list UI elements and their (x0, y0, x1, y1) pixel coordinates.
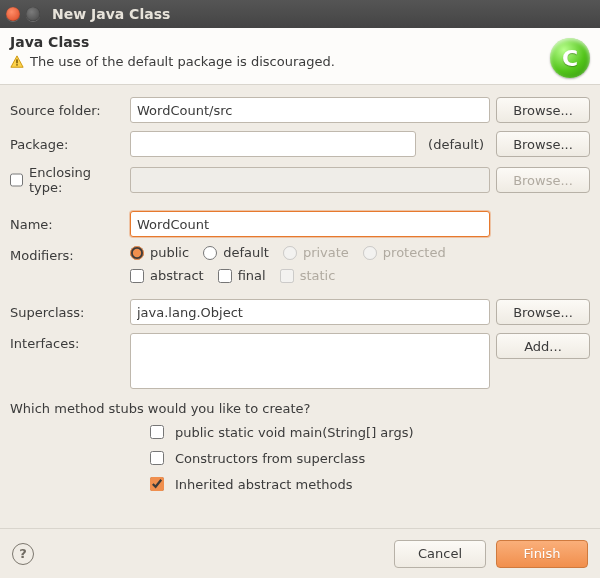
modifier-default[interactable]: default (203, 245, 269, 260)
name-input[interactable] (130, 211, 490, 237)
stub-main-label: public static void main(String[] args) (175, 425, 414, 440)
page-title: Java Class (10, 34, 590, 50)
modifier-public-radio[interactable] (130, 246, 144, 260)
warning-text: The use of the default package is discou… (30, 54, 335, 69)
label-modifiers: Modifiers: (10, 245, 130, 263)
stub-constructors-checkbox[interactable] (150, 451, 164, 465)
modifier-default-radio[interactable] (203, 246, 217, 260)
class-badge-icon: C (550, 38, 590, 78)
warning-icon (10, 55, 24, 69)
title-bar: New Java Class (0, 0, 600, 28)
modifier-static-checkbox (280, 269, 294, 283)
window-title: New Java Class (52, 6, 170, 22)
dialog-header: Java Class The use of the default packag… (0, 28, 600, 85)
label-superclass: Superclass: (10, 305, 130, 320)
dialog-footer: ? Cancel Finish (0, 528, 600, 578)
cancel-button[interactable]: Cancel (394, 540, 486, 568)
stub-inherited-label: Inherited abstract methods (175, 477, 353, 492)
modifier-private: private (283, 245, 349, 260)
label-interfaces: Interfaces: (10, 333, 130, 351)
modifier-final-checkbox[interactable] (218, 269, 232, 283)
interfaces-list[interactable] (130, 333, 490, 389)
browse-superclass-button[interactable]: Browse... (496, 299, 590, 325)
modifier-private-radio (283, 246, 297, 260)
enclosing-type-toggle[interactable]: Enclosing type: (10, 165, 116, 195)
label-name: Name: (10, 217, 130, 232)
package-input[interactable] (130, 131, 416, 157)
modifier-public[interactable]: public (130, 245, 189, 260)
window-close-icon[interactable] (6, 7, 20, 21)
label-source-folder: Source folder: (10, 103, 130, 118)
modifier-protected-radio (363, 246, 377, 260)
modifier-protected: protected (363, 245, 446, 260)
modifier-abstract-checkbox[interactable] (130, 269, 144, 283)
superclass-input[interactable] (130, 299, 490, 325)
svg-rect-0 (16, 59, 17, 63)
browse-source-folder-button[interactable]: Browse... (496, 97, 590, 123)
label-enclosing-type: Enclosing type: (29, 165, 116, 195)
modifier-final[interactable]: final (218, 268, 266, 283)
browse-package-button[interactable]: Browse... (496, 131, 590, 157)
enclosing-type-checkbox[interactable] (10, 173, 23, 187)
browse-enclosing-type-button: Browse... (496, 167, 590, 193)
label-method-stubs: Which method stubs would you like to cre… (10, 401, 590, 416)
modifier-static: static (280, 268, 336, 283)
finish-button[interactable]: Finish (496, 540, 588, 568)
stub-inherited-checkbox[interactable] (150, 477, 164, 491)
modifier-abstract[interactable]: abstract (130, 268, 204, 283)
window-minimize-icon[interactable] (26, 7, 40, 21)
help-icon[interactable]: ? (12, 543, 34, 565)
label-package: Package: (10, 137, 130, 152)
package-default-suffix: (default) (422, 137, 490, 152)
stub-main-checkbox[interactable] (150, 425, 164, 439)
stub-constructors-label: Constructors from superclass (175, 451, 365, 466)
enclosing-type-input (130, 167, 490, 193)
form-body: Source folder: Browse... Package: (defau… (0, 85, 600, 494)
source-folder-input[interactable] (130, 97, 490, 123)
svg-rect-1 (16, 64, 17, 65)
add-interface-button[interactable]: Add... (496, 333, 590, 359)
